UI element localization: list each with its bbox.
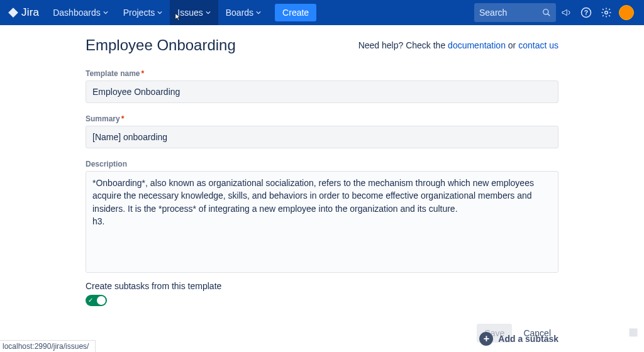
- create-subtasks-toggle[interactable]: ✓: [86, 295, 107, 306]
- nav-boards[interactable]: Boards: [218, 0, 269, 25]
- toggle-knob: [97, 296, 106, 305]
- help-icon: ?: [580, 7, 592, 18]
- description-label: Description: [86, 160, 558, 168]
- main-content: Employee Onboarding Need help? Check the…: [0, 25, 644, 343]
- page-title: Employee Onboarding: [86, 36, 236, 54]
- jira-logo[interactable]: Jira: [8, 6, 39, 19]
- summary-input[interactable]: [86, 126, 558, 148]
- search-input[interactable]: [479, 8, 542, 18]
- documentation-link[interactable]: documentation: [448, 40, 506, 50]
- chevron-down-icon: [157, 10, 162, 15]
- browser-status: localhost:2990/jira/issues/: [0, 340, 96, 352]
- svg-point-0: [543, 9, 548, 14]
- settings-button[interactable]: [596, 3, 616, 23]
- gear-icon: [601, 7, 612, 18]
- chevron-down-icon: [256, 10, 261, 15]
- check-icon: ✓: [88, 297, 93, 304]
- nav-items: Dashboards Projects Issues Boards Create: [45, 0, 316, 25]
- svg-line-1: [548, 14, 550, 16]
- search-icon: [542, 8, 551, 17]
- help-text: Need help? Check the documentation or co…: [358, 40, 558, 50]
- svg-point-4: [605, 11, 608, 14]
- plus-icon: +: [479, 332, 493, 346]
- notifications-button[interactable]: [556, 3, 576, 23]
- template-name-input[interactable]: [86, 80, 558, 103]
- profile-button[interactable]: [616, 3, 636, 23]
- help-button[interactable]: ?: [576, 3, 596, 23]
- search-box[interactable]: [474, 3, 556, 22]
- nav-issues[interactable]: Issues: [170, 0, 218, 25]
- create-subtasks-toggle-label: Create subtasks from this template: [86, 281, 558, 291]
- create-button[interactable]: Create: [275, 4, 316, 21]
- megaphone-icon: [561, 8, 571, 18]
- chevron-down-icon: [206, 10, 211, 15]
- nav-dashboards[interactable]: Dashboards: [45, 0, 116, 25]
- template-name-label: Template name*: [86, 69, 558, 78]
- chevron-down-icon: [103, 10, 108, 15]
- top-nav: Jira Dashboards Projects Issues Boards C…: [0, 0, 644, 25]
- svg-text:?: ?: [584, 9, 588, 16]
- contact-us-link[interactable]: contact us: [518, 40, 558, 50]
- avatar: [619, 5, 634, 20]
- add-subtask-button[interactable]: + Add a subtask: [479, 332, 558, 346]
- add-subtask-label: Add a subtask: [498, 334, 558, 344]
- nav-projects[interactable]: Projects: [116, 0, 170, 25]
- jira-logo-text: Jira: [21, 6, 39, 19]
- summary-label: Summary*: [86, 114, 558, 123]
- description-textarea[interactable]: [86, 171, 558, 273]
- jira-logo-icon: [8, 7, 19, 18]
